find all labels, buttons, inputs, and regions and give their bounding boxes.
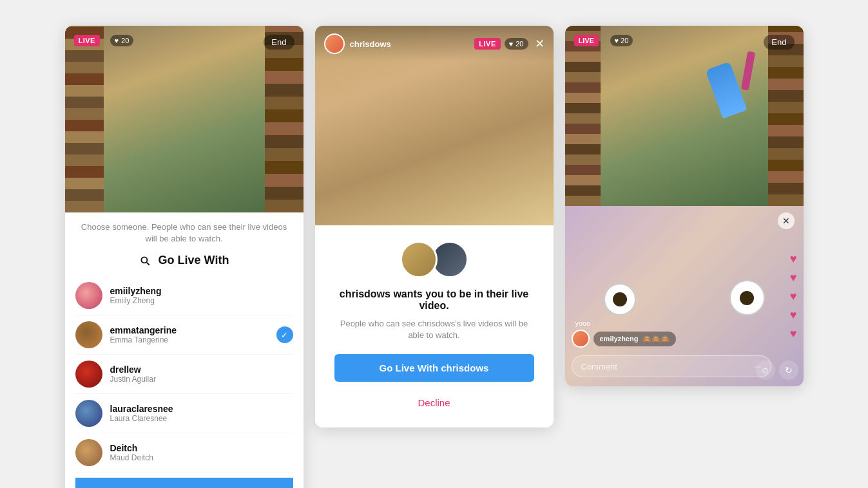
add-button[interactable]: Add <box>75 478 293 488</box>
go-live-header: Go Live With <box>75 254 293 267</box>
phone2-header: chrisdows LIVE ♥ 20 ✕ <box>315 26 554 62</box>
live-badge-1: LIVE <box>74 35 100 46</box>
username: Deitch <box>110 443 293 453</box>
list-item[interactable]: emmatangerine Emma Tangerine ✓ <box>75 315 293 355</box>
avatar <box>75 400 102 427</box>
emoji-icon[interactable]: ☺ <box>756 361 775 380</box>
displayname: Laura Claresnee <box>110 414 293 423</box>
username: lauraclaresnee <box>110 404 293 414</box>
ar-brush-decoration <box>705 62 747 119</box>
viewers-badge-2: ♥ 20 <box>505 38 528 50</box>
ar-eyeball-right <box>729 280 765 315</box>
chat-bubble: yooo emilyzheng 🙈🙈🙈 <box>572 319 677 348</box>
heart-icon-1: ♥ <box>115 37 119 44</box>
heart-icon: ♥ <box>790 327 797 341</box>
chat-message-text: 🙈🙈🙈 <box>642 335 670 343</box>
displayname: Justin Aguilar <box>110 375 293 384</box>
live-badge-3: LIVE <box>574 35 599 46</box>
list-item[interactable]: emiilyzheng Emiily Zheng <box>75 276 293 315</box>
phone-3: LIVE ♥ 20 End ✕ ♥ ♥ <box>565 26 804 386</box>
avatar <box>75 361 102 388</box>
comment-icons-row: ☺ ↻ <box>756 361 798 380</box>
displayname: Emiily Zheng <box>110 296 293 305</box>
decline-button[interactable]: Decline <box>334 391 534 415</box>
heart-icon: ♥ <box>790 271 797 285</box>
phone-2: chrisdows LIVE ♥ 20 ✕ chrisdows wants yo… <box>315 26 554 427</box>
invite-sub: People who can see chrisdows's live vide… <box>334 318 534 341</box>
selected-check-icon: ✓ <box>276 326 293 343</box>
phone3-grid: LIVE ♥ 20 End ✕ ♥ ♥ <box>565 26 804 386</box>
chat-message: emilyzheng 🙈🙈🙈 <box>572 330 677 348</box>
list-item[interactable]: lauraclaresnee Laura Claresnee <box>75 394 293 433</box>
end-button-1[interactable]: End <box>264 35 294 50</box>
phone-1: LIVE ♥ 20 End Choose someone. People who… <box>65 26 304 488</box>
svg-line-1 <box>146 263 149 265</box>
close-guest-icon[interactable]: ✕ <box>778 212 795 229</box>
avatar-pair <box>334 241 534 278</box>
chat-text: emilyzheng 🙈🙈🙈 <box>593 332 677 346</box>
live-username: chrisdows <box>350 39 475 49</box>
ar-eyeball-left <box>604 283 636 315</box>
bookshelf-right-1 <box>265 26 304 212</box>
bookshelf-left-3 <box>565 26 601 206</box>
user-info: lauraclaresnee Laura Claresnee <box>110 404 293 423</box>
displayname: Emma Tangerine <box>110 335 293 344</box>
bookshelf-right-3 <box>768 26 804 206</box>
share-icon[interactable]: ↻ <box>779 361 798 380</box>
invite-title: chrisdows wants you to be in their live … <box>334 288 534 312</box>
go-live-with-button[interactable]: Go Live With chrisdows <box>334 354 534 382</box>
viewers-count-1: 20 <box>121 37 129 44</box>
list-item[interactable]: drellew Justin Aguilar <box>75 355 293 394</box>
phone1-video: LIVE ♥ 20 End <box>65 26 304 212</box>
user-list: emiilyzheng Emiily Zheng emmatangerine E… <box>75 276 293 473</box>
list-item[interactable]: Deitch Maud Deitch <box>75 433 293 473</box>
displayname: Maud Deitch <box>110 453 293 462</box>
ar-brush2-decoration <box>740 51 755 90</box>
user-info: emmatangerine Emma Tangerine <box>110 325 293 344</box>
choose-text: Choose someone. People who can see their… <box>75 221 293 245</box>
username: drellew <box>110 364 293 375</box>
comment-placeholder: Comment <box>581 362 617 371</box>
main-container: LIVE ♥ 20 End Choose someone. People who… <box>26 0 842 488</box>
comment-input[interactable]: Comment ··· <box>572 355 771 377</box>
phone2-video: chrisdows LIVE ♥ 20 ✕ <box>315 26 554 225</box>
pupil-right <box>740 291 754 305</box>
end-button-3[interactable]: End <box>764 35 794 50</box>
phone3-bottom-video: ✕ ♥ ♥ ♥ ♥ ♥ yooo <box>565 206 804 386</box>
avatar <box>75 439 102 466</box>
username: emiilyzheng <box>110 286 293 296</box>
pupil-left <box>613 292 627 306</box>
avatar <box>324 33 345 54</box>
user-info: drellew Justin Aguilar <box>110 364 293 384</box>
viewers-badge-3: ♥ 20 <box>610 35 633 46</box>
heart-icon: ♥ <box>790 290 797 303</box>
user-info: Deitch Maud Deitch <box>110 443 293 462</box>
close-icon[interactable]: ✕ <box>535 37 545 51</box>
bookshelf-left-1 <box>65 26 104 212</box>
go-live-title: Go Live With <box>159 254 229 267</box>
viewers-count-3: 20 <box>621 37 628 44</box>
hearts-panel: ♥ ♥ ♥ ♥ ♥ <box>790 252 797 341</box>
chat-avatar <box>572 330 590 348</box>
search-icon[interactable] <box>139 255 151 267</box>
viewers-badge-1: ♥ 20 <box>110 35 134 46</box>
viewers-count-2: 20 <box>516 40 523 48</box>
phone1-bottom: Choose someone. People who can see their… <box>65 212 304 488</box>
top-comment: yooo <box>572 319 677 327</box>
avatar-host <box>400 241 438 278</box>
heart-icon: ♥ <box>790 252 797 266</box>
avatar <box>75 282 102 309</box>
user-info: emiilyzheng Emiily Zheng <box>110 286 293 305</box>
live-badge-2: LIVE <box>474 38 500 50</box>
heart-icon-2: ♥ <box>509 40 514 48</box>
svg-point-0 <box>141 257 147 263</box>
phone3-top-video: LIVE ♥ 20 End <box>565 26 804 206</box>
chat-username: emilyzheng <box>600 335 639 343</box>
heart-icon: ♥ <box>790 308 797 322</box>
username: emmatangerine <box>110 325 293 335</box>
phone2-bottom: chrisdows wants you to be in their live … <box>315 225 554 427</box>
avatar <box>75 321 102 348</box>
